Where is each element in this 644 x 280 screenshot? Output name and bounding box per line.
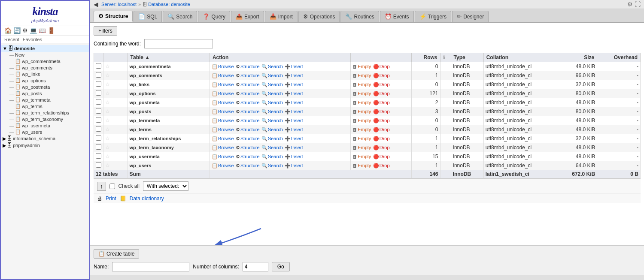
table-name-link[interactable]: wp_posts <box>130 109 152 114</box>
sidebar-item-demosite[interactable]: ▼ 🗄 demosite <box>1 45 89 52</box>
browse-link[interactable]: Browse <box>218 73 234 78</box>
structure-link[interactable]: Structure <box>240 100 260 105</box>
browse-link[interactable]: Browse <box>218 154 234 159</box>
browse-link[interactable]: Browse <box>218 109 234 114</box>
tab-routines[interactable]: 🔧 Routines <box>340 11 379 22</box>
row-checkbox[interactable] <box>96 72 101 78</box>
insert-link[interactable]: Insert <box>291 109 303 114</box>
row-checkbox[interactable] <box>96 144 101 150</box>
table-name-link[interactable]: wp_links <box>130 82 149 87</box>
drop-link[interactable]: Drop <box>380 118 390 123</box>
table-name-link[interactable]: wp_comments <box>130 73 162 78</box>
table-name-input[interactable] <box>112 262 189 271</box>
structure-link[interactable]: Structure <box>240 82 260 87</box>
empty-link[interactable]: Empty <box>358 91 371 96</box>
drop-link[interactable]: Drop <box>380 109 390 114</box>
star-icon[interactable]: ☆ <box>105 90 110 96</box>
browse-link[interactable]: Browse <box>218 91 234 96</box>
structure-link[interactable]: Structure <box>240 127 260 132</box>
browse-link[interactable]: Browse <box>218 118 234 123</box>
star-icon[interactable]: ☆ <box>105 63 110 69</box>
exit-icon[interactable]: 🚪 <box>48 27 55 34</box>
with-selected-select[interactable]: With selected: Drop Empty Print <box>143 181 188 191</box>
row-checkbox[interactable] <box>96 117 101 123</box>
search-link[interactable]: Search <box>268 100 283 105</box>
search-link[interactable]: Search <box>268 109 283 114</box>
print-link[interactable]: Print <box>106 196 116 202</box>
row-checkbox[interactable] <box>96 126 101 132</box>
home-icon[interactable]: 🏠 <box>4 27 12 34</box>
sidebar-item-phpmyadmin[interactable]: ▶ 🗄 phpmyadmin <box>1 142 89 149</box>
docs-icon[interactable]: 📖 <box>39 27 46 34</box>
favorites-link[interactable]: Favorites <box>23 37 42 42</box>
sidebar-item-wp-commentmeta[interactable]: — 📋 wp_commentmeta <box>1 58 89 64</box>
recent-link[interactable]: Recent <box>4 37 19 42</box>
drop-link[interactable]: Drop <box>380 91 390 96</box>
filters-button[interactable]: Filters <box>94 26 117 36</box>
insert-link[interactable]: Insert <box>291 82 303 87</box>
star-icon[interactable]: ☆ <box>105 108 110 114</box>
empty-link[interactable]: Empty <box>358 118 371 123</box>
fullscreen-icon[interactable]: ⛶ <box>635 1 641 8</box>
search-link[interactable]: Search <box>268 64 283 69</box>
sidebar-item-wp-users[interactable]: — 📋 wp_users <box>1 129 89 135</box>
table-name-link[interactable]: wp_options <box>130 91 156 96</box>
search-link[interactable]: Search <box>268 91 283 96</box>
settings-icon[interactable]: ⚙ <box>22 27 28 34</box>
table-name-link[interactable]: wp_termmeta <box>130 118 160 123</box>
drop-link[interactable]: Drop <box>380 136 390 141</box>
bottom-scrollbar[interactable] <box>90 275 644 280</box>
drop-link[interactable]: Drop <box>380 127 390 132</box>
row-checkbox[interactable] <box>96 135 101 141</box>
th-size[interactable]: Size <box>557 53 597 62</box>
row-checkbox[interactable] <box>96 153 101 159</box>
tab-events[interactable]: ⏰ Events <box>380 11 414 22</box>
row-checkbox[interactable] <box>96 162 101 168</box>
star-icon[interactable]: ☆ <box>105 99 110 105</box>
check-all-checkbox[interactable] <box>109 184 115 189</box>
sidebar-item-wp-terms[interactable]: — 📋 wp_terms <box>1 103 89 109</box>
table-name-link[interactable]: wp_term_taxonomy <box>130 145 174 150</box>
row-checkbox[interactable] <box>96 108 101 114</box>
insert-link[interactable]: Insert <box>291 145 303 150</box>
structure-link[interactable]: Structure <box>240 64 260 69</box>
insert-link[interactable]: Insert <box>291 91 303 96</box>
back-icon[interactable]: ◀ <box>94 1 98 8</box>
console-icon[interactable]: 💻 <box>30 27 37 34</box>
empty-link[interactable]: Empty <box>358 82 371 87</box>
columns-input[interactable] <box>243 262 268 271</box>
sidebar-item-wp-comments[interactable]: — 📋 wp_comments <box>1 64 89 71</box>
insert-link[interactable]: Insert <box>291 163 303 168</box>
insert-link[interactable]: Insert <box>291 154 303 159</box>
structure-link[interactable]: Structure <box>240 118 260 123</box>
empty-link[interactable]: Empty <box>358 136 371 141</box>
drop-link[interactable]: Drop <box>380 163 390 168</box>
tab-query[interactable]: ❓ Query <box>198 11 230 22</box>
th-rows[interactable]: Rows <box>412 53 440 62</box>
tab-import[interactable]: 📥 Import <box>265 11 298 22</box>
table-name-link[interactable]: wp_term_relationships <box>130 136 181 141</box>
star-icon[interactable]: ☆ <box>105 81 110 87</box>
row-checkbox[interactable] <box>96 81 101 87</box>
insert-link[interactable]: Insert <box>291 100 303 105</box>
row-checkbox[interactable] <box>96 63 101 69</box>
star-icon[interactable]: ☆ <box>105 72 110 78</box>
star-icon[interactable]: ☆ <box>105 126 110 132</box>
star-icon[interactable]: ☆ <box>105 117 110 123</box>
search-link[interactable]: Search <box>268 118 283 123</box>
th-collation[interactable]: Collation <box>483 53 557 62</box>
drop-link[interactable]: Drop <box>380 100 390 105</box>
drop-link[interactable]: Drop <box>380 82 390 87</box>
drop-link[interactable]: Drop <box>380 64 390 69</box>
data-dictionary-link[interactable]: Data dictionary <box>130 196 164 202</box>
go-button[interactable]: Go <box>272 262 290 271</box>
database-breadcrumb[interactable]: Database: demosite <box>148 2 190 7</box>
browse-link[interactable]: Browse <box>218 136 234 141</box>
tab-export[interactable]: 📤 Export <box>231 11 264 22</box>
th-table[interactable]: Table ▲ <box>128 53 210 62</box>
search-link[interactable]: Search <box>268 73 283 78</box>
empty-link[interactable]: Empty <box>358 73 371 78</box>
structure-link[interactable]: Structure <box>240 91 260 96</box>
th-overhead[interactable]: Overhead <box>597 53 641 62</box>
check-all-label[interactable]: Check all <box>118 183 140 189</box>
